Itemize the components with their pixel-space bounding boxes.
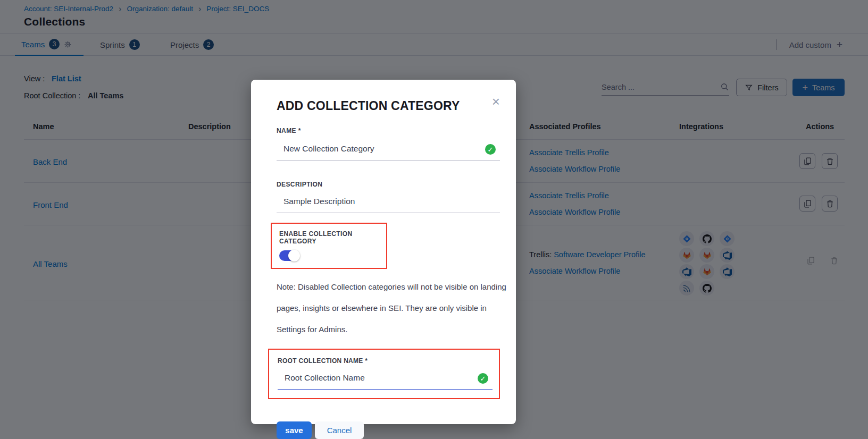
valid-check-icon: ✓ — [485, 144, 496, 155]
disabled-note-text: Note: Disabled Collection categories wil… — [277, 276, 506, 340]
modal-buttons: save Cancel — [277, 421, 500, 439]
modal-title: ADD COLLECTION CATEGORY — [277, 99, 500, 113]
add-collection-category-modal: × ADD COLLECTION CATEGORY NAME * ✓ DESCR… — [251, 80, 516, 424]
enable-collection-toggle[interactable] — [279, 250, 299, 261]
root-collection-name-field: ✓ — [278, 369, 493, 390]
valid-check-icon: ✓ — [478, 373, 488, 384]
root-collection-name-input[interactable] — [278, 369, 493, 390]
toggle-knob — [288, 250, 300, 261]
name-field-label: NAME * — [277, 127, 500, 134]
cancel-button[interactable]: Cancel — [315, 421, 364, 439]
root-collection-highlight-box: ROOT COLLECTION NAME * ✓ — [268, 349, 500, 399]
name-input[interactable] — [277, 140, 500, 161]
name-field: ✓ — [277, 140, 500, 161]
close-icon[interactable]: × — [492, 95, 500, 108]
enable-category-highlight-box: ENABLE COLLECTION CATEGORY — [271, 223, 387, 269]
description-field-label: DESCRIPTION — [277, 181, 500, 188]
description-input[interactable] — [277, 192, 500, 213]
enable-category-label: ENABLE COLLECTION CATEGORY — [279, 230, 379, 245]
save-button[interactable]: save — [277, 421, 312, 439]
root-collection-name-label: ROOT COLLECTION NAME * — [278, 357, 490, 365]
description-field — [277, 192, 500, 213]
